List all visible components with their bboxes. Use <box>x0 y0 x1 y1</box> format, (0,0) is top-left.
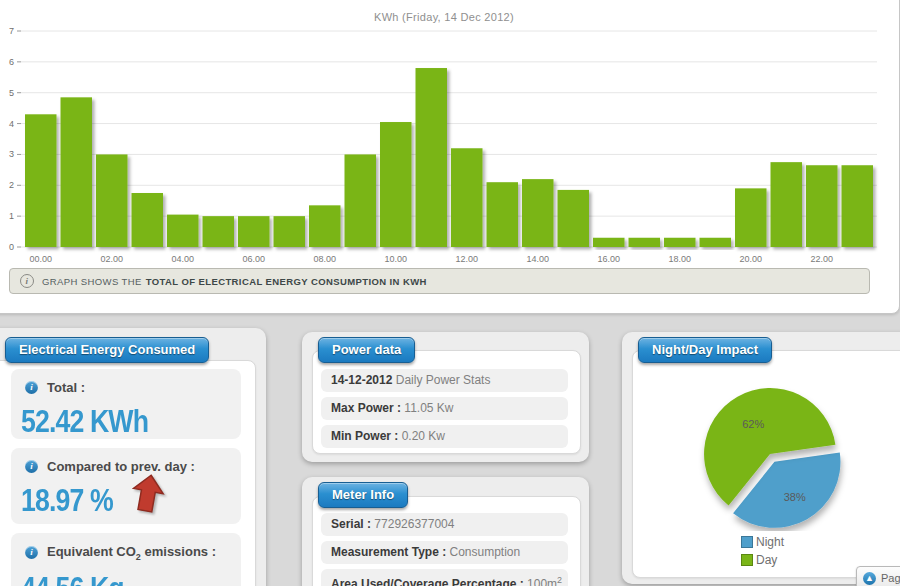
info-icon: i <box>25 546 38 559</box>
svg-text:00.00: 00.00 <box>29 254 52 264</box>
total-label: Total : <box>47 380 85 395</box>
note-text-bold: TOTAL OF ELECTRICAL ENERGY CONSUMPTION I… <box>146 276 427 287</box>
svg-text:08.00: 08.00 <box>313 254 336 264</box>
compared-value: 18.97 % <box>21 483 113 519</box>
svg-text:5: 5 <box>9 88 14 98</box>
legend-item-day: Day <box>741 553 784 567</box>
nightday-card: 38%62% Night Day <box>632 350 900 578</box>
power-card: 14-12-2012 Daily Power Stats Max Power :… <box>312 350 581 454</box>
svg-text:02.00: 02.00 <box>100 254 123 264</box>
serial-row: Serial : 772926377004 <box>321 513 568 536</box>
legend-label-day: Day <box>756 553 777 567</box>
co2-label: Equivalent CO2 emissions : <box>47 544 216 562</box>
info-icon: i <box>25 460 38 473</box>
svg-text:18.00: 18.00 <box>668 254 691 264</box>
tab-power-data: Power data <box>318 337 415 363</box>
svg-text:38%: 38% <box>784 491 806 503</box>
svg-text:06.00: 06.00 <box>242 254 265 264</box>
chart-title: KWh (Friday, 14 Dec 2012) <box>0 11 899 23</box>
tab-meter-info: Meter Info <box>318 482 408 508</box>
min-power-row: Min Power : 0.20 Kw <box>321 425 568 448</box>
increase-arrow-icon <box>130 473 166 513</box>
total-label-line: i Total : <box>11 369 241 395</box>
pie-chart[interactable]: 38%62% <box>633 351 900 531</box>
svg-text:62%: 62% <box>742 418 764 430</box>
co2-value: 44.56 Kg <box>21 571 124 586</box>
page-button-label: Page <box>881 572 900 584</box>
co2-label-line: i Equivalent CO2 emissions : <box>11 533 241 562</box>
pie-legend: Night Day <box>741 535 784 571</box>
total-value: 52.42 KWh <box>21 404 148 440</box>
svg-text:10.00: 10.00 <box>384 254 407 264</box>
svg-text:2: 2 <box>9 180 14 190</box>
energy-card: i Total : 52.42 KWh i Compared to prev. … <box>0 360 256 586</box>
page-up-icon: ▲ <box>863 572 876 585</box>
co2-row: i Equivalent CO2 emissions : 44.56 Kg <box>11 533 241 586</box>
power-stats-row: 14-12-2012 Daily Power Stats <box>321 369 568 392</box>
tab-night-day-impact: Night/Day Impact <box>638 337 772 363</box>
svg-text:20.00: 20.00 <box>739 254 762 264</box>
compared-row: i Compared to prev. day : 18.97 % <box>11 448 241 524</box>
page-up-button[interactable]: ▲ Page <box>856 566 900 586</box>
legend-label-night: Night <box>756 535 784 549</box>
tab-electrical-energy-consumed: Electrical Energy Consumed <box>5 337 209 363</box>
svg-text:12.00: 12.00 <box>455 254 478 264</box>
note-bar: i GRAPH SHOWS THE TOTAL OF ELECTRICAL EN… <box>9 268 870 294</box>
compared-label: Compared to prev. day : <box>47 459 195 474</box>
svg-text:7: 7 <box>9 26 14 36</box>
energy-chart-panel: KWh (Friday, 14 Dec 2012) 0123456700.000… <box>0 0 900 314</box>
measurement-type-row: Measurement Type : Consumption <box>321 541 568 564</box>
svg-text:4: 4 <box>9 119 14 129</box>
area-used-row: Area Used/Coverage Percentage : 100m2 <box>321 569 568 586</box>
bar-chart[interactable]: 0123456700.0002.0004.0006.0008.0010.0012… <box>1 23 891 265</box>
legend-item-night: Night <box>741 535 784 549</box>
night-swatch-icon <box>741 536 753 548</box>
svg-text:3: 3 <box>9 149 14 159</box>
compared-label-line: i Compared to prev. day : <box>11 448 241 474</box>
max-power-row: Max Power : 11.05 Kw <box>321 397 568 420</box>
svg-text:16.00: 16.00 <box>597 254 620 264</box>
day-swatch-icon <box>741 554 753 566</box>
note-text: GRAPH SHOWS THE <box>42 276 142 287</box>
svg-text:22.00: 22.00 <box>810 254 833 264</box>
svg-text:1: 1 <box>9 211 14 221</box>
svg-text:04.00: 04.00 <box>171 254 194 264</box>
total-row: i Total : 52.42 KWh <box>11 369 241 439</box>
svg-text:14.00: 14.00 <box>526 254 549 264</box>
meter-card: Serial : 772926377004 Measurement Type :… <box>312 496 581 586</box>
svg-text:0: 0 <box>9 242 14 252</box>
info-icon: i <box>25 381 38 394</box>
svg-text:6: 6 <box>9 57 14 67</box>
info-icon: i <box>20 274 34 288</box>
